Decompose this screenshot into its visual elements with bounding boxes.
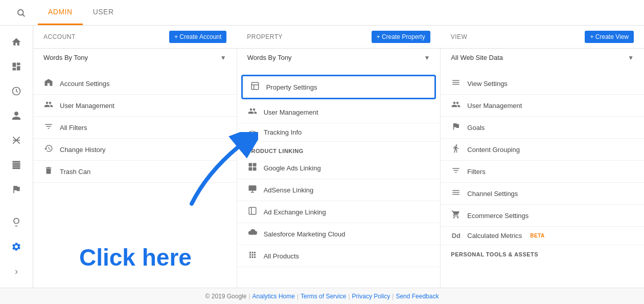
clock-icon[interactable]	[4, 80, 29, 102]
account-header: Account + Create Account	[33, 31, 237, 43]
svg-rect-14	[248, 185, 256, 191]
view-settings-item[interactable]: View Settings	[441, 73, 644, 95]
goals-label: Goals	[467, 124, 485, 132]
content-grouping-icon	[451, 144, 461, 155]
account-settings-item[interactable]: Account Settings	[33, 73, 237, 95]
view-dropdown[interactable]: All Web Site Data ▼	[451, 52, 634, 63]
ecommerce-settings-item[interactable]: Ecommerce Settings	[441, 205, 644, 227]
property-user-management-item[interactable]: User Management	[237, 101, 441, 123]
account-dropdown[interactable]: Words By Tony ▼	[43, 52, 226, 63]
property-dropdown[interactable]: Words By Tony ▼	[247, 52, 430, 63]
adexchange-icon	[247, 206, 258, 218]
property-settings-label: Property Settings	[266, 83, 317, 91]
svg-rect-13	[252, 167, 256, 171]
view-user-management-item[interactable]: User Management	[441, 95, 644, 117]
separator-2: |	[297, 293, 298, 300]
create-account-button[interactable]: + Create Account	[169, 31, 226, 43]
property-dropdown-arrow: ▼	[424, 54, 430, 61]
view-user-management-label: User Management	[467, 102, 522, 110]
person-icon[interactable]	[4, 104, 29, 127]
flag-icon[interactable]	[4, 178, 29, 201]
analytics-home-link[interactable]: Analytics Home	[252, 293, 295, 300]
property-user-management-label: User Management	[264, 108, 318, 116]
all-filters-label: All Filters	[60, 124, 87, 132]
history-icon	[43, 144, 54, 155]
view-dropdown-value: All Web Site Data	[451, 54, 503, 61]
sidebar: ›	[0, 26, 33, 288]
property-dropdown-value: Words By Tony	[247, 54, 292, 61]
footer: © 2019 Google | Analytics Home | Terms o…	[0, 288, 644, 304]
create-property-button[interactable]: + Create Property	[372, 31, 430, 43]
content-grouping-label: Content Grouping	[467, 146, 520, 154]
table-icon[interactable]	[4, 154, 29, 176]
scissor-icon[interactable]	[4, 129, 29, 151]
adsense-icon	[247, 184, 258, 196]
account-dropdown-cell: Words By Tony ▼	[33, 49, 237, 69]
personal-tools-label: PERSONAL TOOLS & ASSETS	[441, 245, 644, 260]
property-label: Property	[247, 33, 283, 40]
view-settings-label: View Settings	[467, 80, 508, 88]
main-layout: › Account + Create Account Property + Cr…	[0, 26, 644, 288]
lightbulb-icon[interactable]	[4, 211, 29, 233]
tracking-info-item[interactable]: <> Tracking Info	[237, 123, 441, 142]
view-menu-col: View Settings User Management Goals	[441, 69, 644, 288]
property-users-icon	[247, 106, 258, 118]
all-products-label: All Products	[264, 252, 299, 260]
admin-panel: Account + Create Account Property + Crea…	[33, 26, 644, 288]
salesforce-item[interactable]: Salesforce Marketing Cloud	[237, 223, 441, 245]
separator-3: |	[348, 293, 350, 300]
create-view-button[interactable]: + Create View	[585, 31, 634, 43]
channel-settings-item[interactable]: Channel Settings	[441, 183, 644, 205]
menu-columns: Account Settings User Management All Fil…	[33, 69, 644, 288]
column-headers: Account + Create Account Property + Crea…	[33, 26, 644, 49]
calculated-metrics-item[interactable]: Dd Calculated Metrics BETA	[441, 227, 644, 245]
view-filters-label: Filters	[467, 168, 485, 176]
click-here-text: Click here	[79, 244, 192, 271]
beta-badge: BETA	[530, 233, 544, 238]
collapse-icon[interactable]: ›	[4, 260, 29, 283]
content-grouping-item[interactable]: Content Grouping	[441, 139, 644, 161]
view-dropdown-cell: All Web Site Data ▼	[441, 49, 644, 69]
ecommerce-icon	[451, 210, 461, 221]
adsense-item[interactable]: AdSense Linking	[237, 179, 441, 201]
view-settings-icon	[451, 78, 461, 89]
change-history-item[interactable]: Change History	[33, 139, 237, 161]
svg-rect-10	[248, 163, 252, 167]
separator-4: |	[392, 293, 394, 300]
search-button[interactable]	[8, 8, 34, 17]
all-filters-item[interactable]: All Filters	[33, 117, 237, 139]
gear-icon[interactable]	[4, 235, 29, 258]
property-settings-item[interactable]: Property Settings	[241, 75, 436, 99]
account-user-management-item[interactable]: User Management	[33, 95, 237, 117]
dropdown-row: Words By Tony ▼ Words By Tony ▼ All Web …	[33, 49, 644, 69]
allproducts-icon	[247, 250, 258, 262]
account-user-management-label: User Management	[60, 102, 114, 110]
google-ads-item[interactable]: Google Ads Linking	[237, 157, 441, 179]
view-users-icon	[451, 100, 461, 111]
tab-admin[interactable]: ADMIN	[38, 0, 83, 25]
account-menu-col: Account Settings User Management All Fil…	[33, 69, 237, 288]
privacy-link[interactable]: Privacy Policy	[352, 293, 390, 300]
trash-can-item[interactable]: Trash Can	[33, 161, 237, 183]
trash-icon	[43, 166, 54, 177]
tab-user[interactable]: USER	[83, 0, 124, 25]
all-products-item[interactable]: All Products	[237, 245, 441, 267]
goals-item[interactable]: Goals	[441, 117, 644, 139]
terms-link[interactable]: Terms of Service	[301, 293, 346, 300]
feedback-link[interactable]: Send Feedback	[396, 293, 439, 300]
channel-icon	[451, 188, 461, 199]
google-ads-icon	[247, 162, 258, 173]
view-filters-item[interactable]: Filters	[441, 161, 644, 183]
view-filter-icon	[451, 166, 461, 177]
home-icon[interactable]	[4, 31, 29, 53]
copyright: © 2019 Google	[205, 293, 247, 300]
property-header: Property + Create Property	[237, 31, 440, 43]
ad-exchange-label: Ad Exchange Linking	[264, 208, 326, 216]
dashboard-icon[interactable]	[4, 55, 29, 78]
view-dropdown-arrow: ▼	[628, 54, 634, 61]
ecommerce-settings-label: Ecommerce Settings	[467, 212, 528, 220]
property-dropdown-cell: Words By Tony ▼	[237, 49, 441, 69]
ad-exchange-item[interactable]: Ad Exchange Linking	[237, 201, 441, 223]
view-header: View + Create View	[441, 31, 644, 43]
account-settings-label: Account Settings	[60, 80, 110, 88]
